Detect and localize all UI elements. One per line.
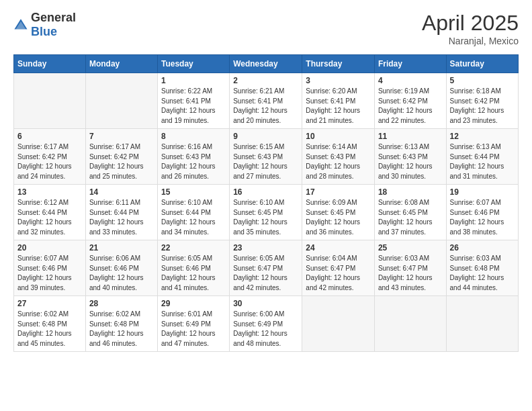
sunrise-text: Sunrise: 6:13 AM — [450, 142, 515, 152]
calendar-cell: 17Sunrise: 6:09 AMSunset: 6:45 PMDayligh… — [302, 185, 375, 240]
daylight-text: Daylight: 12 hours and 28 minutes. — [306, 162, 371, 181]
sunrise-text: Sunrise: 6:04 AM — [306, 254, 371, 264]
sunrise-text: Sunrise: 6:03 AM — [378, 254, 443, 264]
day-number: 6 — [17, 132, 82, 141]
day-number: 4 — [378, 76, 443, 85]
sunset-text: Sunset: 6:49 PM — [233, 320, 298, 330]
calendar-cell: 15Sunrise: 6:10 AMSunset: 6:44 PMDayligh… — [157, 185, 229, 240]
day-number: 12 — [450, 132, 515, 141]
sunrise-text: Sunrise: 6:05 AM — [233, 254, 298, 264]
sunrise-text: Sunrise: 6:02 AM — [89, 310, 154, 320]
sunset-text: Sunset: 6:46 PM — [89, 264, 154, 274]
day-number: 8 — [161, 132, 226, 141]
sunset-text: Sunset: 6:49 PM — [161, 320, 226, 330]
sunset-text: Sunset: 6:45 PM — [233, 208, 298, 218]
daylight-text: Daylight: 12 hours and 32 minutes. — [17, 218, 82, 237]
sunset-text: Sunset: 6:43 PM — [378, 152, 443, 163]
sunrise-text: Sunrise: 6:21 AM — [233, 87, 298, 97]
calendar-cell: 4Sunrise: 6:19 AMSunset: 6:42 PMDaylight… — [374, 73, 446, 129]
sunset-text: Sunset: 6:47 PM — [306, 264, 371, 274]
sunrise-text: Sunrise: 6:11 AM — [89, 198, 154, 208]
sunset-text: Sunset: 6:43 PM — [306, 152, 371, 163]
sunset-text: Sunset: 6:46 PM — [161, 264, 226, 274]
day-number: 15 — [161, 187, 226, 197]
sunset-text: Sunset: 6:41 PM — [161, 97, 226, 107]
calendar-table: SundayMondayTuesdayWednesdayThursdayFrid… — [13, 54, 519, 352]
sunrise-text: Sunrise: 6:15 AM — [233, 142, 298, 152]
day-number: 18 — [378, 187, 443, 197]
calendar-week-4: 20Sunrise: 6:07 AMSunset: 6:46 PMDayligh… — [14, 240, 519, 296]
sunrise-text: Sunrise: 6:13 AM — [378, 142, 443, 152]
day-number: 26 — [450, 243, 515, 253]
calendar-week-5: 27Sunrise: 6:02 AMSunset: 6:48 PMDayligh… — [14, 296, 519, 352]
calendar-cell — [446, 296, 518, 352]
sunset-text: Sunset: 6:44 PM — [17, 208, 82, 218]
sunrise-text: Sunrise: 6:19 AM — [378, 87, 443, 97]
day-number: 28 — [89, 299, 154, 308]
calendar-cell: 7Sunrise: 6:17 AMSunset: 6:42 PMDaylight… — [85, 129, 157, 185]
calendar-week-1: 1Sunrise: 6:22 AMSunset: 6:41 PMDaylight… — [14, 73, 519, 129]
calendar-cell: 8Sunrise: 6:16 AMSunset: 6:43 PMDaylight… — [157, 129, 229, 185]
calendar-cell: 6Sunrise: 6:17 AMSunset: 6:42 PMDaylight… — [14, 129, 86, 185]
daylight-text: Daylight: 12 hours and 21 minutes. — [306, 106, 371, 126]
daylight-text: Daylight: 12 hours and 40 minutes. — [89, 273, 154, 293]
daylight-text: Daylight: 12 hours and 44 minutes. — [450, 273, 515, 293]
sunrise-text: Sunrise: 6:17 AM — [17, 142, 82, 152]
calendar-cell: 30Sunrise: 6:00 AMSunset: 6:49 PMDayligh… — [230, 296, 302, 352]
day-number: 3 — [306, 76, 371, 85]
sunset-text: Sunset: 6:47 PM — [233, 264, 298, 274]
sunset-text: Sunset: 6:44 PM — [450, 152, 515, 163]
day-number: 10 — [306, 132, 371, 141]
daylight-text: Daylight: 12 hours and 19 minutes. — [161, 106, 226, 126]
logo: General Blue — [13, 11, 76, 39]
sunrise-text: Sunrise: 6:14 AM — [306, 142, 371, 152]
weekday-header-monday: Monday — [85, 55, 157, 73]
daylight-text: Daylight: 12 hours and 27 minutes. — [233, 162, 298, 181]
daylight-text: Daylight: 12 hours and 42 minutes. — [233, 273, 298, 293]
daylight-text: Daylight: 12 hours and 38 minutes. — [450, 218, 515, 237]
day-number: 30 — [233, 299, 298, 308]
calendar-cell: 18Sunrise: 6:08 AMSunset: 6:45 PMDayligh… — [374, 185, 446, 240]
sunrise-text: Sunrise: 6:08 AM — [378, 198, 443, 208]
daylight-text: Daylight: 12 hours and 20 minutes. — [233, 106, 298, 126]
sunset-text: Sunset: 6:42 PM — [378, 97, 443, 107]
sunset-text: Sunset: 6:46 PM — [450, 208, 515, 218]
calendar-cell: 16Sunrise: 6:10 AMSunset: 6:45 PMDayligh… — [230, 185, 302, 240]
calendar-cell: 21Sunrise: 6:06 AMSunset: 6:46 PMDayligh… — [85, 240, 157, 296]
calendar-cell: 2Sunrise: 6:21 AMSunset: 6:41 PMDaylight… — [230, 73, 302, 129]
day-number: 21 — [89, 243, 154, 253]
logo-blue-text: Blue — [31, 25, 57, 38]
logo-general-text: General — [31, 11, 76, 24]
day-number: 23 — [233, 243, 298, 253]
calendar-cell: 9Sunrise: 6:15 AMSunset: 6:43 PMDaylight… — [230, 129, 302, 185]
month-year: April 2025 — [422, 11, 519, 36]
daylight-text: Daylight: 12 hours and 24 minutes. — [17, 162, 82, 181]
sunrise-text: Sunrise: 6:07 AM — [450, 198, 515, 208]
sunrise-text: Sunrise: 6:00 AM — [233, 310, 298, 320]
calendar-cell: 13Sunrise: 6:12 AMSunset: 6:44 PMDayligh… — [14, 185, 86, 240]
daylight-text: Daylight: 12 hours and 41 minutes. — [161, 273, 226, 293]
calendar-cell — [85, 73, 157, 129]
sunset-text: Sunset: 6:48 PM — [89, 320, 154, 330]
daylight-text: Daylight: 12 hours and 25 minutes. — [89, 162, 154, 181]
calendar-cell: 24Sunrise: 6:04 AMSunset: 6:47 PMDayligh… — [302, 240, 375, 296]
day-number: 13 — [17, 187, 82, 197]
sunset-text: Sunset: 6:48 PM — [450, 264, 515, 274]
sunset-text: Sunset: 6:48 PM — [17, 320, 82, 330]
daylight-text: Daylight: 12 hours and 43 minutes. — [378, 273, 443, 293]
sunrise-text: Sunrise: 6:12 AM — [17, 198, 82, 208]
day-number: 16 — [233, 187, 298, 197]
day-number: 29 — [161, 299, 226, 308]
sunrise-text: Sunrise: 6:02 AM — [17, 310, 82, 320]
calendar-cell: 10Sunrise: 6:14 AMSunset: 6:43 PMDayligh… — [302, 129, 375, 185]
sunset-text: Sunset: 6:47 PM — [378, 264, 443, 274]
calendar-week-3: 13Sunrise: 6:12 AMSunset: 6:44 PMDayligh… — [14, 185, 519, 240]
logo-icon — [13, 17, 28, 32]
calendar-cell: 29Sunrise: 6:01 AMSunset: 6:49 PMDayligh… — [157, 296, 229, 352]
calendar-cell: 14Sunrise: 6:11 AMSunset: 6:44 PMDayligh… — [85, 185, 157, 240]
daylight-text: Daylight: 12 hours and 45 minutes. — [17, 329, 82, 349]
weekday-header-row: SundayMondayTuesdayWednesdayThursdayFrid… — [14, 55, 519, 73]
daylight-text: Daylight: 12 hours and 39 minutes. — [17, 273, 82, 293]
calendar-cell: 27Sunrise: 6:02 AMSunset: 6:48 PMDayligh… — [14, 296, 86, 352]
sunset-text: Sunset: 6:42 PM — [450, 97, 515, 107]
